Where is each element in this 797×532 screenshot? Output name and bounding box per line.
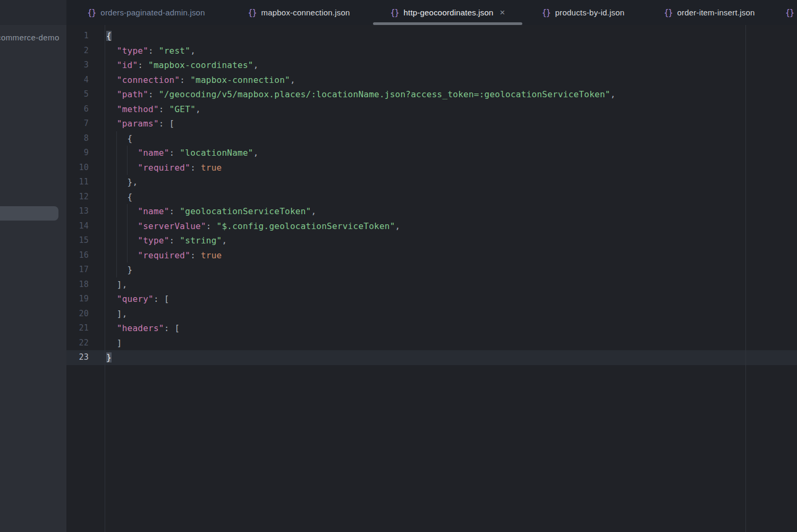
code-token <box>106 119 117 129</box>
code-token: "$.config.geolocationServiceToken" <box>217 221 395 231</box>
code-line-14[interactable]: "serverValue": "$.config.geolocationServ… <box>106 219 797 234</box>
code-line-7[interactable]: "params": [ <box>106 116 797 131</box>
code-token: "method" <box>117 104 159 114</box>
line-number: 1 <box>66 29 105 44</box>
tab-mapbox-connection.json[interactable]: {}mapbox-connection.json <box>226 0 372 25</box>
json-file-icon: {} <box>785 8 794 18</box>
code-token: , <box>196 104 201 114</box>
code-token: ], <box>106 309 128 319</box>
code-token: : <box>190 250 201 260</box>
line-number: 14 <box>66 219 105 234</box>
code-line-18[interactable]: ], <box>106 277 797 292</box>
line-number: 11 <box>66 175 105 190</box>
code-token: , <box>222 235 227 246</box>
code-line-5[interactable]: "path": "/geocoding/v5/mapbox.places/:lo… <box>106 87 797 102</box>
line-number: 17 <box>66 263 105 277</box>
code-token: : <box>169 206 180 216</box>
code-line-9[interactable]: "name": "locationName", <box>106 146 797 161</box>
line-number: 23 <box>66 350 105 365</box>
code-line-20[interactable]: ], <box>106 307 797 322</box>
code-token: : <box>180 75 190 85</box>
code-line-2[interactable]: "type": "rest", <box>106 44 797 58</box>
code-token: , <box>311 206 316 216</box>
code-token: , <box>253 148 259 158</box>
code-token: , <box>290 75 295 85</box>
line-number: 10 <box>66 161 105 175</box>
editor-body[interactable]: 1234567891011121314151617181920212223 { … <box>66 25 797 532</box>
line-number: 7 <box>66 116 105 131</box>
tab-label: order-item-insert.json <box>677 8 754 17</box>
code-token: "name" <box>138 148 169 158</box>
code-line-11[interactable]: }, <box>106 175 797 190</box>
line-number: 5 <box>66 87 105 102</box>
code-token: "required" <box>138 250 190 260</box>
code-line-12[interactable]: { <box>106 190 797 205</box>
sidebar-selected-item[interactable] <box>0 206 58 221</box>
code-line-13[interactable]: "name": "geolocationServiceToken", <box>106 204 797 219</box>
line-number: 13 <box>66 204 105 219</box>
tab-order-item-insert.json[interactable]: {}order-item-insert.json <box>643 0 776 25</box>
code-token: : <box>169 235 180 246</box>
code-token: "path" <box>117 89 148 99</box>
editor-pane: {}orders-paginated-admin.json{}mapbox-co… <box>66 0 797 532</box>
code-token: "mapbox-coordinates" <box>148 60 253 70</box>
code-token: "geolocationServiceToken" <box>180 206 311 216</box>
code-token <box>106 163 138 173</box>
line-number: 12 <box>66 190 105 205</box>
code-token: { <box>106 192 132 202</box>
code-token: : [ <box>159 119 175 129</box>
code-line-17[interactable]: } <box>106 263 797 277</box>
sidebar-header <box>0 0 66 25</box>
code-token: "required" <box>138 163 190 173</box>
code-token: : <box>206 221 217 231</box>
code-line-15[interactable]: "type": "string", <box>106 233 797 248</box>
code-token: "/geocoding/v5/mapbox.places/:locationNa… <box>159 89 611 99</box>
code-token: : <box>169 148 180 158</box>
code-token: "rest" <box>159 46 190 56</box>
code-token <box>106 75 117 85</box>
json-file-icon: {} <box>542 8 550 18</box>
matched-bracket: } <box>106 352 112 362</box>
code-token: : <box>138 60 148 70</box>
line-number: 18 <box>66 277 105 292</box>
tab-products-by-id.json[interactable]: {}products-by-id.json <box>523 0 643 25</box>
code-line-8[interactable]: { <box>106 131 797 146</box>
code-line-1[interactable]: { <box>106 29 797 44</box>
code-line-6[interactable]: "method": "GET", <box>106 102 797 117</box>
code-token: "serverValue" <box>138 221 206 231</box>
code-line-10[interactable]: "required": true <box>106 161 797 175</box>
gutter-border <box>105 25 105 532</box>
code-line-23[interactable]: } <box>106 350 797 365</box>
code-line-19[interactable]: "query": [ <box>106 292 797 307</box>
code-token: : <box>148 89 159 99</box>
close-icon[interactable]: × <box>500 8 505 17</box>
code-token: }, <box>106 177 138 187</box>
tab-http-geocoordinates.json[interactable]: {}http-geocoordinates.json× <box>372 0 523 25</box>
code-token <box>106 235 138 246</box>
json-file-icon: {} <box>390 8 398 18</box>
tab-label: orders-paginated-admin.json <box>100 8 205 17</box>
code-token: : <box>159 104 169 114</box>
code-token: , <box>253 60 259 70</box>
gutter: 1234567891011121314151617181920212223 <box>66 25 105 532</box>
line-number: 19 <box>66 292 105 307</box>
code-token: "mapbox-connection" <box>190 75 290 85</box>
code-line-3[interactable]: "id": "mapbox-coordinates", <box>106 58 797 73</box>
code-token: "id" <box>117 60 138 70</box>
code-token: "type" <box>138 235 169 246</box>
code-token: "name" <box>138 206 169 216</box>
line-number: 16 <box>66 248 105 263</box>
code-line-4[interactable]: "connection": "mapbox-connection", <box>106 73 797 88</box>
code-line-22[interactable]: ] <box>106 336 797 351</box>
tab-bar: {}orders-paginated-admin.json{}mapbox-co… <box>66 0 797 25</box>
code-lines[interactable]: { "type": "rest", "id": "mapbox-coordina… <box>106 25 797 365</box>
code-line-16[interactable]: "required": true <box>106 248 797 263</box>
tab-orders-paginated-admin.json[interactable]: {}orders-paginated-admin.json <box>66 0 226 25</box>
sidebar-item-project[interactable]: commerce-demo <box>0 33 60 42</box>
line-number: 3 <box>66 58 105 73</box>
code-token: : [ <box>154 294 169 304</box>
tab-label: products-by-id.json <box>555 8 625 17</box>
tab-overflow[interactable]: {} <box>776 0 797 25</box>
code-line-21[interactable]: "headers": [ <box>106 321 797 336</box>
line-number: 2 <box>66 44 105 58</box>
